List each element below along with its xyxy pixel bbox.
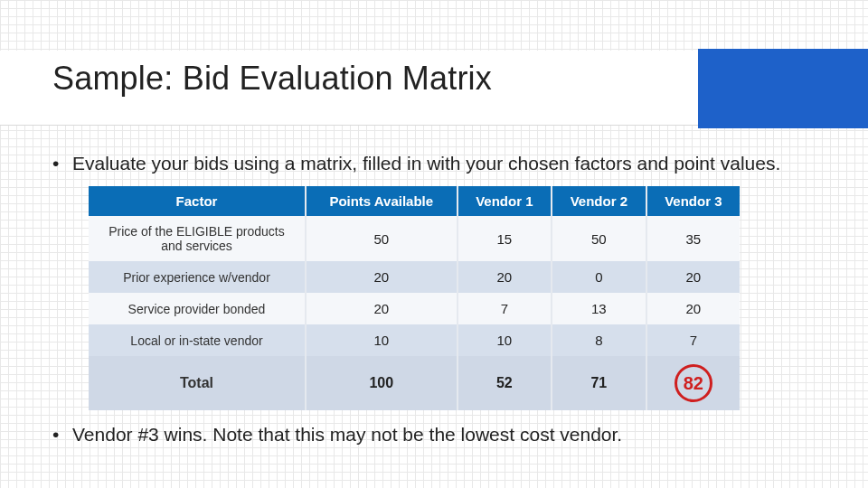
table-row-total: Total 100 52 71 82 — [89, 356, 740, 410]
cell-v1: 10 — [458, 324, 552, 356]
col-points: Points Available — [306, 186, 458, 216]
cell-total-v2: 71 — [552, 356, 646, 410]
cell-total-points: 100 — [306, 356, 458, 410]
cell-points: 10 — [306, 324, 458, 356]
col-vendor3: Vendor 3 — [646, 186, 740, 216]
matrix-table: Factor Points Available Vendor 1 Vendor … — [89, 186, 740, 410]
cell-v2: 8 — [552, 324, 646, 356]
cell-points: 20 — [306, 261, 458, 293]
cell-v3: 20 — [646, 261, 740, 293]
cell-total-v1: 52 — [458, 356, 552, 410]
cell-v2: 0 — [552, 261, 646, 293]
table-row: Prior experience w/vendor 20 20 0 20 — [89, 261, 740, 293]
cell-factor: Prior experience w/vendor — [89, 261, 306, 293]
col-factor: Factor — [89, 186, 306, 216]
content-area: • Evaluate your bids using a matrix, fil… — [52, 152, 835, 458]
cell-factor: Service provider bonded — [89, 293, 306, 324]
bullet-intro: • Evaluate your bids using a matrix, fil… — [52, 152, 835, 175]
bullet-intro-text: Evaluate your bids using a matrix, fille… — [72, 152, 835, 175]
cell-points: 50 — [306, 216, 458, 261]
cell-v3: 7 — [646, 324, 740, 356]
cell-v3: 35 — [646, 216, 740, 261]
bullet-dot-icon: • — [52, 152, 72, 175]
cell-factor: Price of the ELIGIBLE products and servi… — [89, 216, 306, 261]
cell-v1: 7 — [458, 293, 552, 324]
cell-v2: 13 — [552, 293, 646, 324]
cell-points: 20 — [306, 293, 458, 324]
bullet-conclusion: • Vendor #3 wins. Note that this may not… — [52, 423, 835, 446]
bullet-conclusion-text: Vendor #3 wins. Note that this may not b… — [72, 423, 835, 446]
col-vendor1: Vendor 1 — [458, 186, 552, 216]
slide-title: Sample: Bid Evaluation Matrix — [52, 60, 492, 98]
cell-factor: Local or in-state vendor — [89, 324, 306, 356]
cell-v3: 20 — [646, 293, 740, 324]
col-vendor2: Vendor 2 — [552, 186, 646, 216]
cell-total-v3-winner: 82 — [646, 356, 740, 410]
accent-box — [698, 49, 868, 128]
cell-total-label: Total — [89, 356, 306, 410]
cell-v2: 50 — [552, 216, 646, 261]
table-row: Service provider bonded 20 7 13 20 — [89, 293, 740, 324]
table-row: Price of the ELIGIBLE products and servi… — [89, 216, 740, 261]
slide: Sample: Bid Evaluation Matrix • Evaluate… — [0, 0, 868, 488]
cell-v1: 20 — [458, 261, 552, 293]
table-header-row: Factor Points Available Vendor 1 Vendor … — [89, 186, 740, 216]
cell-v1: 15 — [458, 216, 552, 261]
table-row: Local or in-state vendor 10 10 8 7 — [89, 324, 740, 356]
winner-circle-icon: 82 — [675, 364, 712, 402]
bullet-dot-icon: • — [52, 423, 72, 446]
matrix-table-wrap: Factor Points Available Vendor 1 Vendor … — [89, 186, 740, 410]
